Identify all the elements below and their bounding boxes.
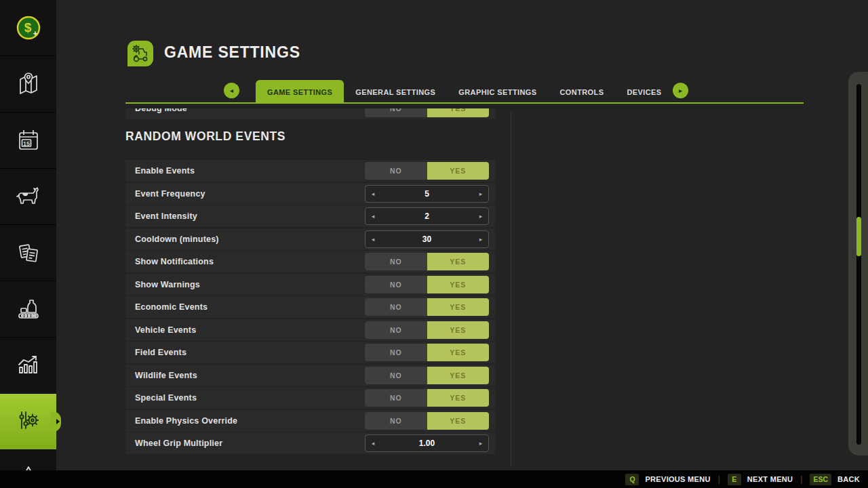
toggle-no-option[interactable]: NO	[365, 367, 427, 384]
stepper-decrease-arrow[interactable]: ◂	[366, 190, 380, 197]
stepper-decrease-arrow[interactable]: ◂	[366, 213, 380, 220]
toggle-yes-option[interactable]: YES	[427, 298, 490, 316]
scrollbar-thumb[interactable]	[856, 217, 861, 256]
stepper-decrease-arrow[interactable]: ◂	[366, 236, 380, 243]
sidebar-item-map[interactable]	[0, 56, 56, 112]
stepper-decrease-arrow[interactable]: ◂	[366, 440, 380, 447]
toggle-yes-option[interactable]: YES	[427, 108, 490, 117]
tab-devices[interactable]: DEVICES	[615, 80, 673, 104]
yes-no-toggle[interactable]: NOYES	[365, 389, 489, 407]
stepper-increase-arrow[interactable]: ▸	[473, 236, 488, 243]
section-title: RANDOM WORLD EVENTS	[125, 129, 495, 144]
tabs-previous-button[interactable]: ◂	[224, 83, 239, 98]
setting-row: Cooldown (minutes)◂30▸	[125, 228, 495, 250]
stepper-increase-arrow[interactable]: ▸	[473, 190, 488, 197]
map-icon	[14, 69, 43, 99]
toggle-no-option[interactable]: NO	[365, 344, 427, 361]
toggle-yes-option[interactable]: YES	[427, 253, 490, 270]
setting-label: Enable Events	[135, 166, 365, 176]
toggle-no-option[interactable]: NO	[365, 253, 427, 270]
scrollbar-track[interactable]	[856, 84, 861, 445]
toggle-yes-option[interactable]: YES	[427, 389, 490, 407]
previous-menu-label: PREVIOUS MENU	[645, 475, 710, 483]
tab-general-settings[interactable]: GENERAL SETTINGS	[344, 80, 447, 104]
sidebar-item-settings[interactable]	[0, 394, 56, 449]
hint-separator: |	[718, 474, 720, 484]
svg-text:15: 15	[22, 140, 29, 147]
toggle-yes-option[interactable]: YES	[427, 412, 490, 430]
setting-label: Wildlife Events	[135, 371, 365, 380]
setting-label: Cooldown (minutes)	[135, 235, 365, 244]
toggle-no-option[interactable]: NO	[365, 321, 427, 339]
cow-icon	[13, 181, 44, 212]
yes-no-toggle[interactable]: NOYES	[365, 321, 489, 339]
setting-label: Special Events	[135, 393, 365, 403]
setting-label: Enable Physics Override	[135, 416, 365, 426]
value-stepper[interactable]: ◂2▸	[365, 207, 489, 225]
setting-row: Show WarningsNOYES	[125, 274, 495, 296]
value-stepper[interactable]: ◂1.00▸	[365, 434, 489, 452]
toggle-no-option[interactable]: NO	[365, 412, 427, 430]
yes-no-toggle[interactable]: NOYES	[365, 276, 489, 293]
previous-menu-hint[interactable]: Q PREVIOUS MENU	[625, 474, 710, 485]
stepper-increase-arrow[interactable]: ▸	[473, 213, 488, 220]
sidebar-item-statistics[interactable]	[0, 338, 56, 393]
next-menu-label: NEXT MENU	[747, 475, 793, 483]
tab-controls[interactable]: CONTROLS	[549, 80, 616, 104]
setting-label: Field Events	[135, 348, 365, 357]
tab-game-settings[interactable]: GAME SETTINGS	[256, 80, 344, 104]
page-title: GAME SETTINGS	[164, 43, 300, 62]
back-label: BACK	[837, 475, 860, 483]
toggle-yes-option[interactable]: YES	[427, 321, 490, 339]
setting-label: Event Frequency	[135, 189, 365, 199]
settings-viewport: Debug ModeNOYESRANDOM WORLD EVENTSEnable…	[125, 108, 495, 469]
setting-label: Vehicle Events	[135, 325, 365, 335]
sidebar: $ + 15	[0, 0, 56, 488]
key-badge-esc: ESC	[810, 474, 831, 485]
yes-no-toggle[interactable]: NOYES	[365, 412, 489, 430]
svg-text:+: +	[33, 29, 37, 37]
setting-row: Enable EventsNOYES	[125, 160, 495, 182]
key-badge-q: Q	[625, 474, 639, 485]
toggle-no-option[interactable]: NO	[365, 108, 427, 117]
hint-separator: |	[800, 474, 802, 484]
calendar-icon: 15	[14, 125, 43, 155]
tab-graphic-settings[interactable]: GRAPHIC SETTINGS	[447, 80, 548, 104]
sidebar-item-contracts[interactable]	[0, 225, 56, 281]
toggle-no-option[interactable]: NO	[365, 298, 427, 316]
stepper-increase-arrow[interactable]: ▸	[473, 440, 488, 447]
setting-row: Vehicle EventsNOYES	[125, 319, 495, 341]
yes-no-toggle[interactable]: NOYES	[365, 108, 489, 117]
back-hint[interactable]: ESC BACK	[810, 474, 860, 485]
tab-bar: GAME SETTINGS GENERAL SETTINGS GRAPHIC S…	[256, 80, 673, 104]
setting-label: Economic Events	[135, 302, 365, 312]
value-stepper[interactable]: ◂5▸	[365, 185, 489, 203]
stepper-value: 30	[380, 235, 473, 244]
setting-label: Show Notifications	[135, 257, 365, 266]
sidebar-item-finances[interactable]: $ +	[0, 0, 56, 56]
toggle-no-option[interactable]: NO	[365, 162, 427, 180]
toggle-no-option[interactable]: NO	[365, 389, 427, 407]
sidebar-item-animals[interactable]	[0, 169, 56, 224]
tabs-next-button[interactable]: ▸	[673, 83, 688, 98]
setting-row: Show NotificationsNOYES	[125, 251, 495, 272]
stepper-value: 5	[380, 189, 473, 199]
setting-row: Wheel Grip Multiplier◂1.00▸	[125, 432, 495, 454]
sidebar-item-production[interactable]	[0, 281, 56, 337]
yes-no-toggle[interactable]: NOYES	[365, 298, 489, 316]
toggle-yes-option[interactable]: YES	[427, 367, 490, 384]
toggle-yes-option[interactable]: YES	[427, 162, 490, 180]
toggle-yes-option[interactable]: YES	[427, 276, 490, 293]
setting-row: Economic EventsNOYES	[125, 296, 495, 318]
toggle-no-option[interactable]: NO	[365, 276, 427, 293]
sidebar-item-calendar[interactable]: 15	[0, 113, 56, 168]
next-menu-hint[interactable]: E NEXT MENU	[728, 474, 793, 485]
value-stepper[interactable]: ◂30▸	[365, 230, 489, 248]
setting-label: Show Warnings	[135, 280, 365, 289]
yes-no-toggle[interactable]: NOYES	[365, 253, 489, 270]
yes-no-toggle[interactable]: NOYES	[365, 344, 489, 361]
toggle-yes-option[interactable]: YES	[427, 344, 490, 361]
money-icon: $ +	[14, 13, 43, 43]
yes-no-toggle[interactable]: NOYES	[365, 162, 489, 180]
yes-no-toggle[interactable]: NOYES	[365, 367, 489, 384]
